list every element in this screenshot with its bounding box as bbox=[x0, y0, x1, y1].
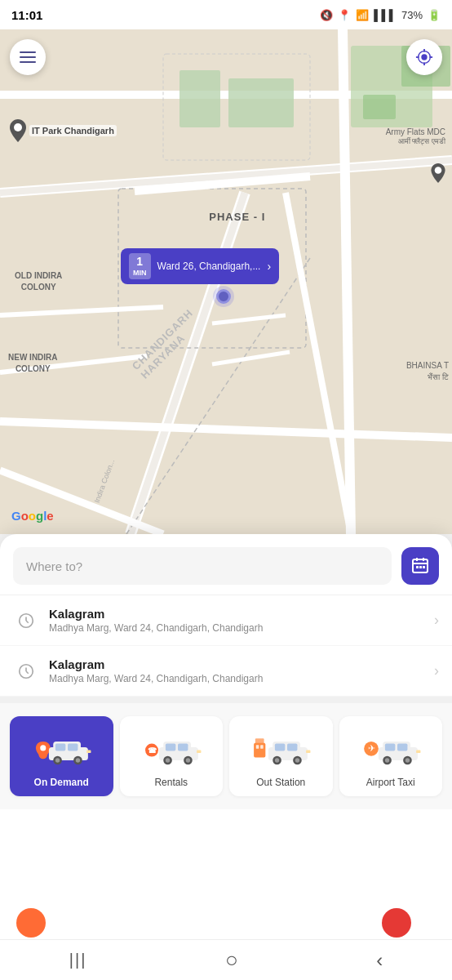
bottom-peek-icons bbox=[0, 906, 452, 939]
schedule-button[interactable] bbox=[401, 547, 439, 585]
battery-icon: 🔋 bbox=[428, 9, 441, 21]
service-card-out-station[interactable]: Out Station bbox=[229, 716, 333, 796]
recent-place-name: Kalagram bbox=[49, 607, 424, 621]
recent-item-0[interactable]: Kalagram Madhya Marg, Ward 24, Chandigar… bbox=[0, 595, 452, 646]
recent-item-1[interactable]: Kalagram Madhya Marg, Ward 24, Chandigar… bbox=[0, 646, 452, 697]
chevron-right-icon: › bbox=[434, 662, 439, 679]
svg-rect-89 bbox=[416, 751, 420, 754]
svg-point-23 bbox=[14, 123, 22, 131]
search-row: Where to? bbox=[0, 534, 452, 595]
map-area[interactable]: PHASE - I OLD INDIRACOLONY NEW INDIRACOL… bbox=[0, 29, 452, 534]
services-section: On Demand ☎ Rentals bbox=[0, 697, 452, 809]
svg-point-62 bbox=[166, 758, 170, 762]
service-card-label-airport-taxi: Airport Taxi bbox=[366, 777, 415, 788]
recent-places-list: Kalagram Madhya Marg, Ward 24, Chandigar… bbox=[0, 595, 452, 697]
svg-line-43 bbox=[26, 671, 29, 674]
recent-place-address: Madhya Marg, Ward 24, Chandigarh, Chandi… bbox=[49, 622, 424, 634]
search-input[interactable]: Where to? bbox=[13, 547, 392, 585]
svg-rect-48 bbox=[55, 744, 65, 751]
svg-point-25 bbox=[421, 54, 427, 60]
svg-rect-73 bbox=[287, 744, 297, 751]
service-card-icon-rentals: ☎ bbox=[135, 724, 208, 770]
service-card-rentals[interactable]: ☎ Rentals bbox=[120, 716, 224, 796]
clock-icon bbox=[13, 608, 39, 634]
status-bar: 11:01 🔇 📍 📶 ▌▌▌ 73% 🔋 bbox=[0, 0, 452, 29]
svg-point-24 bbox=[435, 167, 442, 174]
wifi-icon: 📶 bbox=[356, 9, 369, 21]
google-logo: Google bbox=[11, 509, 54, 523]
svg-rect-78 bbox=[306, 751, 310, 754]
svg-line-40 bbox=[26, 621, 29, 623]
svg-rect-72 bbox=[275, 744, 285, 751]
service-card-airport-taxi[interactable]: ✈ Airport Taxi bbox=[339, 716, 443, 796]
svg-point-77 bbox=[295, 758, 299, 762]
svg-rect-68 bbox=[256, 745, 259, 748]
map-callout-min: 1 MIN bbox=[129, 253, 151, 279]
svg-point-75 bbox=[275, 758, 279, 762]
svg-rect-12 bbox=[363, 95, 396, 119]
status-icons: 🔇 📍 📶 ▌▌▌ 73% 🔋 bbox=[320, 9, 441, 21]
svg-text:☎: ☎ bbox=[147, 746, 156, 755]
menu-button[interactable] bbox=[10, 39, 46, 75]
service-card-label-rentals: Rentals bbox=[154, 777, 188, 788]
services-grid: On Demand ☎ Rentals bbox=[10, 716, 442, 796]
svg-rect-66 bbox=[254, 743, 265, 758]
map-callout-address: Ward 26, Chandigarh,... bbox=[157, 261, 261, 272]
map-callout[interactable]: 1 MIN Ward 26, Chandigarh,... › bbox=[121, 248, 279, 284]
svg-rect-65 bbox=[197, 751, 201, 754]
navigation-bar: ||| ○ ‹ bbox=[0, 939, 452, 980]
peek-icon-2 bbox=[382, 908, 411, 938]
svg-rect-54 bbox=[86, 751, 91, 754]
svg-text:✈: ✈ bbox=[367, 743, 374, 753]
svg-point-53 bbox=[76, 758, 80, 762]
map-old-indira-label: OLD INDIRACOLONY bbox=[15, 270, 62, 293]
recent-place-address: Madhya Marg, Ward 24, Chandigarh, Chandi… bbox=[49, 673, 424, 684]
map-phase-label: PHASE - I bbox=[209, 211, 265, 223]
hamburger-icon bbox=[20, 51, 36, 63]
status-time: 11:01 bbox=[11, 8, 42, 22]
svg-rect-67 bbox=[255, 738, 264, 744]
svg-rect-49 bbox=[68, 744, 78, 751]
recent-place-name: Kalagram bbox=[49, 657, 424, 671]
map-bhainsa-label: BHAINSA Tभैंसा टि bbox=[406, 360, 449, 383]
svg-rect-60 bbox=[178, 744, 188, 751]
location-icon: 📍 bbox=[338, 9, 351, 21]
service-card-icon-on-demand bbox=[24, 724, 98, 770]
svg-rect-59 bbox=[166, 744, 175, 751]
svg-rect-36 bbox=[419, 566, 422, 568]
svg-rect-9 bbox=[179, 70, 220, 127]
svg-rect-35 bbox=[416, 566, 419, 568]
nav-back[interactable]: ‹ bbox=[376, 949, 383, 972]
svg-rect-83 bbox=[385, 744, 395, 751]
svg-rect-84 bbox=[397, 744, 407, 751]
chevron-right-icon: › bbox=[434, 612, 439, 629]
service-card-on-demand[interactable]: On Demand bbox=[10, 716, 113, 796]
map-new-indira-label: NEW INDIRACOLONY bbox=[8, 352, 58, 375]
map-it-park-marker: IT Park Chandigarh bbox=[10, 119, 117, 142]
nav-home[interactable]: ○ bbox=[225, 947, 238, 973]
svg-rect-37 bbox=[423, 566, 425, 568]
my-location-button[interactable] bbox=[406, 39, 442, 75]
mute-icon: 🔇 bbox=[320, 9, 333, 21]
svg-rect-69 bbox=[260, 745, 264, 748]
search-placeholder: Where to? bbox=[26, 559, 82, 573]
svg-point-45 bbox=[40, 745, 46, 751]
nav-recent-apps[interactable]: ||| bbox=[69, 951, 87, 969]
svg-point-51 bbox=[55, 758, 60, 762]
service-card-icon-out-station bbox=[244, 724, 317, 770]
svg-point-86 bbox=[385, 758, 389, 762]
svg-point-88 bbox=[405, 758, 410, 762]
svg-point-64 bbox=[186, 758, 190, 762]
map-user-location bbox=[216, 289, 231, 304]
service-card-label-out-station: Out Station bbox=[256, 777, 305, 788]
battery-text: 73% bbox=[401, 9, 423, 21]
clock-icon bbox=[13, 658, 39, 684]
map-army-marker bbox=[431, 163, 445, 186]
bottom-sheet: Where to? Kalagram Madhya Marg bbox=[0, 534, 452, 980]
map-callout-arrow: › bbox=[267, 260, 271, 273]
map-army-flats-label: Army Flats MDCआर्मी फ्लैट्स एमडी bbox=[386, 127, 445, 146]
svg-rect-10 bbox=[228, 78, 294, 127]
signal-icon: ▌▌▌ bbox=[374, 9, 397, 21]
service-card-label-on-demand: On Demand bbox=[34, 777, 89, 788]
service-card-icon-airport-taxi: ✈ bbox=[354, 724, 428, 770]
